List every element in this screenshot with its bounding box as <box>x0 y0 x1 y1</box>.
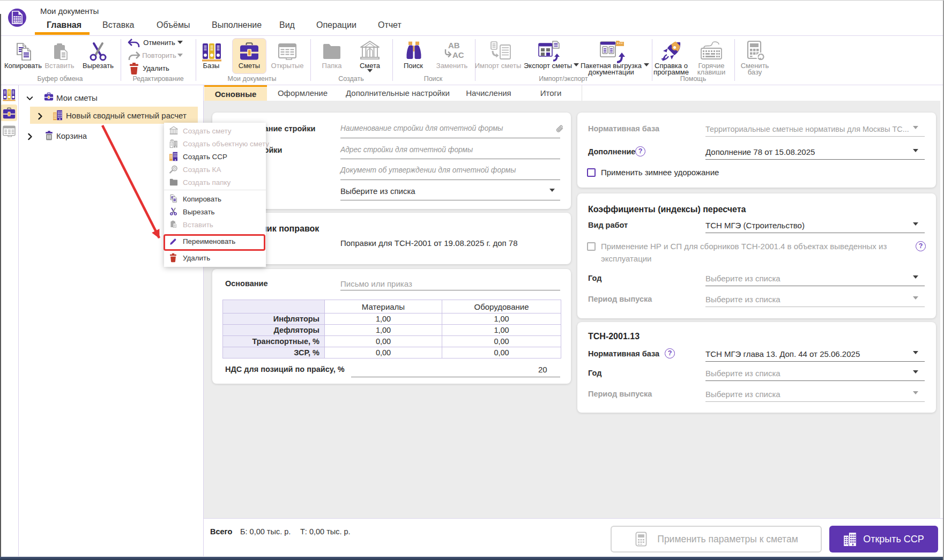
svg-text:AB: AB <box>448 41 460 50</box>
svg-text:AC: AC <box>452 50 464 59</box>
